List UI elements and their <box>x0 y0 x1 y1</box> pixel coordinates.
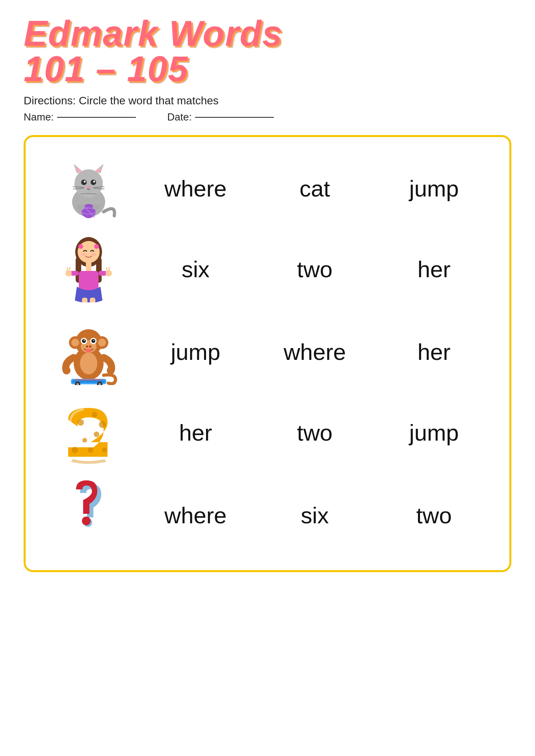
words-question-row: where six two <box>136 502 494 528</box>
svg-line-35 <box>109 267 110 270</box>
title-line2: 101 – 105 <box>24 51 511 87</box>
svg-point-30 <box>65 270 72 276</box>
svg-rect-37 <box>90 298 95 302</box>
svg-point-57 <box>86 349 91 353</box>
directions-text: Directions: Circle the word that matches <box>24 94 511 107</box>
svg-point-8 <box>84 181 86 183</box>
name-field: Name: <box>24 111 136 123</box>
image-question <box>41 480 136 550</box>
svg-point-55 <box>86 345 88 348</box>
word-girl-3: her <box>399 256 470 282</box>
date-field: Date: <box>167 111 274 123</box>
word-two-1: her <box>160 419 231 446</box>
date-label: Date: <box>167 111 192 123</box>
svg-point-25 <box>91 253 97 256</box>
svg-point-72 <box>82 438 87 443</box>
svg-point-7 <box>91 180 96 185</box>
words-monkey-row: jump where her <box>136 339 494 365</box>
words-cat-row: where cat jump <box>136 175 494 202</box>
title-line1: Edmark Words <box>24 16 511 51</box>
svg-point-47 <box>98 339 106 346</box>
svg-point-53 <box>84 340 85 341</box>
words-girl-row: six two her <box>136 256 494 282</box>
svg-point-45 <box>71 339 79 346</box>
image-cat <box>41 157 136 220</box>
word-two-3: jump <box>399 419 470 446</box>
svg-point-73 <box>72 447 78 453</box>
svg-point-41 <box>94 244 99 249</box>
word-monkey-3: her <box>399 339 470 365</box>
row-two: her two jump <box>41 393 494 472</box>
svg-point-51 <box>82 339 86 343</box>
words-two-row: her two jump <box>136 419 494 446</box>
word-cat-1: where <box>160 175 231 202</box>
svg-point-60 <box>80 352 97 374</box>
row-monkey: jump where her <box>41 310 494 393</box>
image-monkey <box>41 318 136 385</box>
svg-point-70 <box>99 421 106 428</box>
image-girl <box>41 235 136 302</box>
svg-point-19 <box>93 204 100 210</box>
svg-point-18 <box>77 204 85 210</box>
svg-point-56 <box>89 345 91 348</box>
title-section: Edmark Words 101 – 105 <box>24 16 511 87</box>
svg-rect-27 <box>86 262 91 271</box>
word-question-2: six <box>279 502 350 528</box>
svg-point-78 <box>82 517 91 525</box>
name-date-row: Name: Date: <box>24 111 511 123</box>
main-content-box: where cat jump <box>24 135 511 572</box>
svg-line-32 <box>67 268 68 271</box>
svg-rect-36 <box>82 298 87 302</box>
word-question-3: two <box>399 502 470 528</box>
date-underline[interactable] <box>195 117 274 118</box>
word-two-2: two <box>279 419 350 446</box>
svg-point-24 <box>81 253 86 256</box>
svg-point-69 <box>92 412 97 417</box>
svg-point-74 <box>88 447 93 453</box>
word-question-1: where <box>160 502 231 528</box>
row-girl: six two her <box>41 228 494 310</box>
svg-point-9 <box>93 181 95 183</box>
word-girl-1: six <box>160 256 231 282</box>
word-cat-3: jump <box>399 175 470 202</box>
svg-point-71 <box>94 432 99 437</box>
svg-point-68 <box>78 419 84 426</box>
svg-point-31 <box>106 270 112 276</box>
row-question: where six two <box>41 472 494 558</box>
svg-line-34 <box>106 268 107 271</box>
svg-point-6 <box>81 180 87 185</box>
word-cat-2: cat <box>279 175 350 202</box>
image-two <box>41 401 136 464</box>
word-monkey-2: where <box>279 339 350 365</box>
svg-rect-67 <box>75 379 102 380</box>
word-monkey-1: jump <box>160 339 231 365</box>
svg-point-58 <box>63 367 71 374</box>
name-label: Name: <box>24 111 54 123</box>
svg-point-40 <box>78 244 83 249</box>
svg-point-10 <box>87 186 90 189</box>
svg-point-75 <box>102 448 107 452</box>
row-cat: where cat jump <box>41 149 494 228</box>
svg-line-33 <box>69 267 70 270</box>
name-underline[interactable] <box>57 117 136 118</box>
word-girl-2: two <box>279 256 350 282</box>
